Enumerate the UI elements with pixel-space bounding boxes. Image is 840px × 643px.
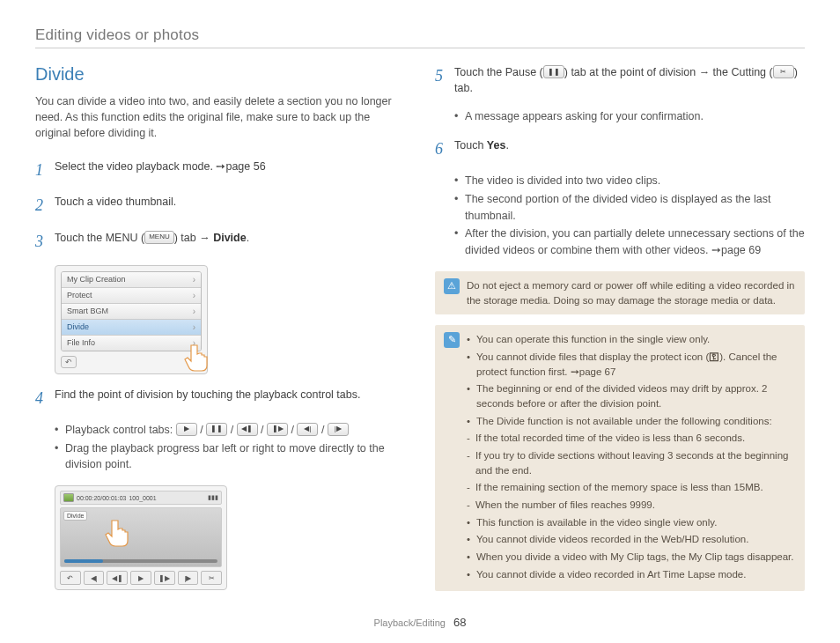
info-subitem: When the number of files reaches 9999. [467,498,796,513]
step-body: Select the video playback mode. ➙page 56 [55,159,405,181]
intro-text: You can divide a video into two, and eas… [35,93,405,141]
warning-icon: ⚠ [444,278,460,294]
skip-back-icon: ◀| [84,571,105,585]
step-4-bullets: Playback control tabs: ▶ / ❚❚ / ◀❚ / ❚▶ … [55,422,405,473]
bullet: Drag the playback progress bar left or r… [55,440,405,474]
warning-text: Do not eject a memory card or power off … [467,278,796,307]
info-item: You can operate this function in the sin… [467,332,796,347]
text: Touch the MENU ( [55,232,144,244]
divider [35,48,805,48]
skip-back-icon: ◀| [297,423,318,436]
step-1: 1 Select the video playback mode. ➙page … [35,159,405,181]
menu-item: Smart BGM› [62,304,201,320]
text-bold: Yes [487,139,506,152]
skip-fwd-icon: |▶ [178,571,199,585]
divide-label: Divide [63,511,87,521]
text: You cannot divide files that display the… [476,351,709,362]
bullet: The video is divided into two video clip… [454,173,805,189]
menu-screenshot: My Clip Creation› Protect› Smart BGM› Di… [55,265,208,374]
chevron-right-icon: › [193,307,195,316]
pause-icon: ❚❚ [206,423,227,436]
timecode: 00:00:20/00:01:03 [77,495,126,501]
chevron-right-icon: › [193,291,195,300]
section-title: Divide [35,64,405,85]
info-item: When you divide a video with My Clip tag… [467,550,796,565]
step-body: Touch Yes. [454,137,805,160]
step-5: 5 Touch the Pause (❚❚) tab at the point … [435,64,805,96]
tap-hand-icon [99,514,135,549]
step-2: 2 Touch a video thumbnail. [35,194,405,217]
next-frame-icon: ❚▶ [154,571,175,585]
warning-callout: ⚠ Do not eject a memory card or power of… [435,271,805,314]
prev-frame-icon: ◀❚ [237,423,258,436]
info-item: The Divide function is not available und… [467,414,796,429]
video-screenshot: 00:00:20/00:01:03 100_0001 ▮▮▮ Divide ↶ … [55,485,227,590]
info-item: You cannot divide files that display the… [467,350,796,379]
text: . [247,232,249,244]
info-icon: ✎ [444,332,460,348]
menu-button-icon: MENU [144,231,174,244]
step-number: 1 [35,159,55,181]
info-list: You can operate this function in the sin… [467,332,796,584]
step-body: Find the point of division by touching t… [55,387,405,410]
text: Playback control tabs: [65,424,176,436]
info-subitem: If the total recorded time of the video … [467,431,796,446]
bullet: Playback control tabs: ▶ / ❚❚ / ◀❚ / ❚▶ … [55,422,405,439]
play-icon: ▶ [176,423,197,436]
bullet: The second portion of the divided video … [454,191,805,225]
page-number: 68 [453,616,466,629]
filename: 100_0001 [129,495,156,501]
text: Touch [454,139,487,152]
step-6: 6 Touch Yes. [435,137,805,160]
info-subitem: If you try to divide sections without le… [467,448,796,477]
step-number: 3 [35,230,55,253]
text: ) tab at the point of division → the Cut… [564,66,773,78]
info-item: You cannot divide a video recorded in Ar… [467,567,796,582]
step-body: Touch the MENU (MENU) tab → Divide. [55,230,405,253]
battery-icon: ▮▮▮ [208,494,218,501]
step-5-bullets: A message appears asking for your confir… [454,108,805,125]
text: . [505,139,508,152]
thumbnail-icon [63,493,74,502]
menu-item: Protect› [62,288,201,304]
cut-icon: ✂ [773,65,794,78]
step-4: 4 Find the point of division by touching… [35,387,405,410]
chevron-right-icon: › [193,322,195,332]
skip-fwd-icon: |▶ [328,423,349,436]
step-number: 6 [435,137,454,160]
info-callout: ✎ You can operate this function in the s… [435,325,805,591]
progress-bar [64,559,217,563]
footer-section: Playback/Editing [374,617,446,628]
step-3: 3 Touch the MENU (MENU) tab → Divide. [35,230,405,253]
back-icon: ↶ [60,571,81,585]
menu-item: My Clip Creation› [62,272,201,288]
video-topbar: 00:00:20/00:01:03 100_0001 ▮▮▮ [60,491,222,505]
next-frame-icon: ❚▶ [267,423,288,436]
back-icon: ↶ [61,356,77,368]
text-bold: Divide [213,232,247,244]
menu-item-selected: Divide› [62,320,201,336]
text: Touch the Pause ( [454,66,543,78]
step-6-bullets: The video is divided into two video clip… [454,173,805,259]
step-number: 4 [35,387,55,410]
text: ) tab → [174,232,213,244]
chapter-title: Editing videos or photos [35,26,805,44]
play-icon: ▶ [130,571,151,585]
step-number: 5 [435,64,454,96]
protect-icon: ⚿ [709,351,719,362]
chevron-right-icon: › [193,275,195,285]
step-body: Touch a video thumbnail. [55,194,405,217]
cut-icon: ✂ [201,571,222,585]
page-footer: Playback/Editing 68 [0,616,840,629]
video-frame: Divide [60,507,222,567]
tap-hand-icon [179,338,214,373]
step-body: Touch the Pause (❚❚) tab at the point of… [454,64,805,96]
info-item: This function is available in the video … [467,515,796,530]
prev-frame-icon: ◀❚ [107,571,128,585]
info-item: You cannot divide videos recorded in the… [467,532,796,547]
bullet: After the division, you can partially de… [454,225,805,259]
pause-icon: ❚❚ [543,65,564,78]
info-item: The beginning or end of the divided vide… [467,381,796,410]
step-number: 2 [35,194,55,217]
bullet: A message appears asking for your confir… [454,108,805,125]
